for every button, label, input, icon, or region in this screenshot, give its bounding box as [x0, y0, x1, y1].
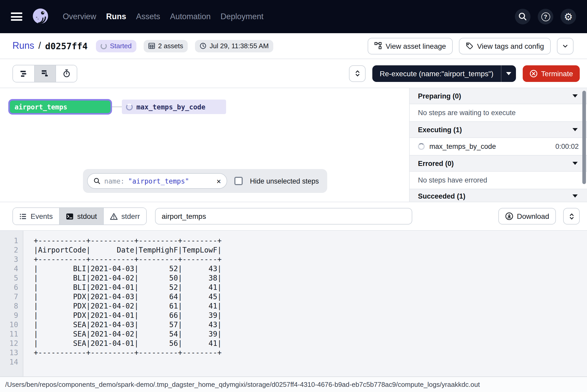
view-mode-toggle	[12, 65, 77, 82]
search-icon	[93, 177, 101, 185]
log-file-path-bar: /Users/ben/repos/components_demo/spark-d…	[0, 376, 587, 392]
breadcrumb-runs-link[interactable]: Runs	[12, 40, 34, 51]
log-tabs: Events stdout stderr	[12, 207, 147, 225]
section-executing[interactable]: Executing (1)	[410, 122, 587, 138]
step-search-overlay: name:"airport_temps" ✕ Hide unselected s…	[83, 169, 327, 193]
gantt-graph-pane: airport_temps max_temps_by_code name:"ai…	[0, 88, 409, 202]
spinner-icon	[126, 103, 133, 110]
search-icon[interactable]	[515, 9, 530, 24]
menu-icon[interactable]	[11, 12, 22, 21]
run-header: Runs / d0257ff4 Started 2 assets Jul 29,…	[0, 33, 587, 59]
view-asset-lineage-button[interactable]: View asset lineage	[367, 38, 453, 54]
gear-icon[interactable]: ⚙	[561, 9, 576, 24]
reexecute-options-button[interactable]	[501, 65, 516, 82]
section-errored[interactable]: Errored (0)	[410, 156, 587, 172]
dagster-run-page: Overview Runs Assets Automation Deployme…	[0, 0, 587, 392]
section-preparing[interactable]: Preparing (0)	[410, 88, 587, 104]
hide-unselected-checkbox[interactable]	[234, 177, 243, 185]
top-nav: Overview Runs Assets Automation Deployme…	[0, 0, 587, 33]
caret-down-icon	[572, 94, 578, 97]
terminate-button[interactable]: Terminate	[522, 65, 580, 82]
log-file-path: /Users/ben/repos/components_demo/spark-d…	[5, 381, 480, 388]
view-tags-config-button[interactable]: View tags and config	[459, 38, 551, 54]
step-status-panel: Preparing (0) No steps are waiting to ex…	[409, 88, 587, 202]
start-time-chip: Jul 29, 11:38:55 AM	[195, 40, 274, 52]
step-search-input[interactable]: name:"airport_temps" ✕	[87, 173, 227, 189]
log-text: +-----------+----------+---------+------…	[23, 231, 587, 376]
reexecute-button[interactable]: Re-execute (name:"airport_temps")	[373, 65, 501, 82]
log-actions: Download	[498, 208, 580, 225]
nav-deployment[interactable]: Deployment	[221, 12, 263, 21]
terminal-icon	[66, 212, 74, 220]
stopwatch-icon	[62, 69, 71, 78]
spinner-icon	[418, 143, 425, 150]
caret-down-icon	[572, 128, 578, 131]
timing-view-button[interactable]	[55, 65, 77, 82]
executing-step-row[interactable]: max_temps_by_code 0:00:02	[410, 138, 587, 156]
flat-view-button[interactable]	[13, 65, 34, 82]
step-elapsed-time: 0:00:02	[555, 143, 579, 150]
tab-stderr[interactable]: stderr	[103, 208, 146, 225]
nav-right-icons: ? ⚙	[515, 9, 576, 24]
chevron-down-icon	[562, 42, 569, 50]
log-line-numbers: 1 2 3 4 5 6 7 8 9 10 11 12 13 14	[0, 231, 23, 376]
reexecute-button-group: Re-execute (name:"airport_temps")	[373, 65, 516, 82]
download-icon	[505, 212, 513, 220]
graph-node-airport-temps[interactable]: airport_temps	[8, 99, 112, 115]
section-succeeded[interactable]: Succeeded (1)	[410, 189, 587, 202]
nav-links: Overview Runs Assets Automation Deployme…	[63, 12, 263, 21]
warning-triangle-icon	[110, 212, 118, 220]
caret-down-icon	[572, 162, 578, 165]
graph-edge	[112, 106, 122, 107]
tag-icon	[466, 42, 473, 50]
download-button[interactable]: Download	[498, 208, 556, 225]
caret-down-icon	[572, 194, 578, 198]
log-toolbar: Events stdout stderr Download	[0, 202, 587, 231]
help-icon[interactable]: ?	[538, 9, 553, 24]
clear-search-icon[interactable]: ✕	[216, 177, 221, 185]
spinner-icon	[101, 43, 107, 49]
panel-scrollbar[interactable]	[582, 91, 586, 184]
caret-down-icon	[506, 72, 511, 75]
expand-log-button[interactable]	[563, 208, 580, 225]
dagster-logo-icon[interactable]	[31, 7, 50, 26]
status-badge: Started	[96, 40, 136, 52]
gantt-icon	[41, 69, 50, 78]
header-actions: View asset lineage View tags and config	[367, 38, 574, 54]
flat-list-icon	[19, 69, 28, 78]
log-viewer[interactable]: 1 2 3 4 5 6 7 8 9 10 11 12 13 14 +------…	[0, 231, 587, 376]
tab-events[interactable]: Events	[13, 208, 59, 225]
assets-chip: 2 assets	[144, 40, 188, 52]
up-down-chevrons-icon	[568, 212, 575, 220]
nav-runs[interactable]: Runs	[106, 12, 126, 21]
log-step-filter-input[interactable]	[155, 208, 412, 225]
more-run-actions-button[interactable]	[557, 38, 574, 54]
nav-overview[interactable]: Overview	[63, 12, 96, 21]
graph-node-max-temps-by-code[interactable]: max_temps_by_code	[122, 100, 226, 114]
errored-empty-text: No steps have errored	[410, 172, 587, 189]
nav-automation[interactable]: Automation	[170, 12, 211, 21]
circle-x-icon	[529, 69, 537, 78]
run-toolbar: Re-execute (name:"airport_temps") Termin…	[0, 59, 587, 88]
grid-icon	[148, 43, 155, 49]
clock-icon	[200, 43, 207, 49]
hide-unselected-label: Hide unselected steps	[250, 177, 319, 185]
up-down-chevrons-icon	[354, 69, 361, 77]
gantt-view-button[interactable]	[34, 65, 55, 82]
run-main-area: airport_temps max_temps_by_code name:"ai…	[0, 88, 587, 202]
toolbar-actions: Re-execute (name:"airport_temps") Termin…	[349, 65, 580, 82]
run-id: d0257ff4	[45, 41, 88, 51]
event-list-icon	[19, 212, 27, 220]
nav-assets[interactable]: Assets	[136, 12, 160, 21]
preparing-empty-text: No steps are waiting to execute	[410, 104, 587, 122]
lineage-icon	[374, 42, 382, 50]
tab-stdout[interactable]: stdout	[59, 208, 103, 225]
zoom-fit-button[interactable]	[349, 65, 366, 82]
breadcrumb-separator: /	[38, 40, 41, 51]
